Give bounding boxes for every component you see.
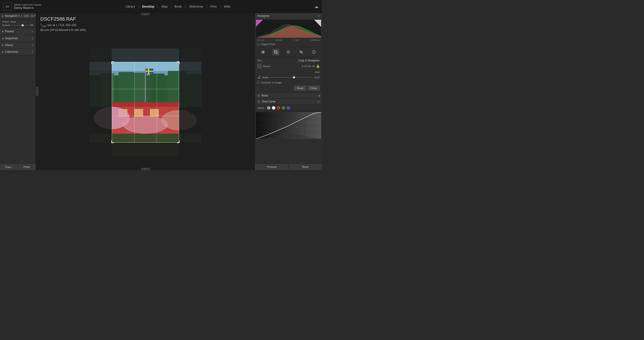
tone-curve-blue-dot[interactable]	[286, 106, 290, 110]
tool-red-eye[interactable]	[298, 49, 304, 55]
collapse-bottom-button[interactable]: ▼	[141, 168, 150, 170]
nav-web[interactable]: Web	[222, 4, 232, 9]
crop-outer-bottom	[90, 143, 202, 156]
angle-tool-icon	[257, 75, 261, 79]
hist-focal: 80 mm	[276, 39, 282, 41]
angle-value: −0,17	[313, 76, 320, 79]
navigator-section: ▶ Navigator FIT ▾ 100% 66.7% ▾	[0, 13, 36, 19]
basic-section: ● Basic ◀	[255, 93, 322, 99]
nav-sep-1: |	[138, 5, 139, 8]
histogram-canvas	[256, 20, 321, 38]
tool-healing[interactable]	[285, 49, 292, 55]
tone-curve-svg	[256, 112, 321, 139]
collections-triangle: ▶	[2, 51, 4, 53]
snapshots-add-button[interactable]: +	[32, 37, 34, 40]
tool-masking[interactable]	[310, 49, 317, 55]
basic-header[interactable]: ● Basic ◀	[255, 93, 322, 99]
history-section: ▶ History ×	[0, 42, 36, 49]
crop-handle-br[interactable]	[177, 140, 180, 143]
tone-curve-eye-icon[interactable]: ●	[257, 100, 260, 103]
nav-sep-6: |	[220, 5, 221, 8]
basic-eye-icon[interactable]: ●	[257, 94, 260, 97]
crop-handle-tr[interactable]	[177, 62, 180, 64]
collections-title: Collections	[5, 50, 18, 53]
presets-add-button[interactable]: +	[32, 30, 34, 33]
original-photo-label: Original Photo	[261, 43, 275, 46]
auto-button[interactable]: Auto	[257, 70, 320, 74]
copy-button[interactable]: Copy...	[0, 164, 18, 170]
navigator-triangle: ▶	[2, 15, 4, 17]
nav-bar: Library | Develop | Map | Book | Slidesh…	[123, 4, 232, 9]
svg-point-32	[262, 52, 263, 53]
nav-zoom1[interactable]: 100%	[24, 15, 29, 17]
crop-outer-left	[90, 49, 112, 156]
nav-print[interactable]: Print	[208, 4, 219, 9]
previous-button[interactable]: Previous	[255, 164, 288, 170]
amount-slider[interactable]	[11, 25, 29, 26]
paste-button[interactable]: Paste	[18, 164, 36, 170]
history-close-button[interactable]: ×	[32, 44, 34, 47]
presets-triangle: ▶	[2, 31, 4, 33]
snapshots-header[interactable]: ▶ Snapshots +	[0, 35, 36, 42]
tone-curve-red-dot[interactable]	[277, 106, 280, 110]
navigator-header[interactable]: ▶ Navigator FIT ▾ 100% 66.7% ▾	[0, 13, 36, 19]
history-triangle: ▶	[2, 44, 4, 46]
aspect-value[interactable]: 4 x 5 / 8 x 10	[274, 65, 314, 68]
constrain-row: Constrain to Image	[257, 81, 320, 84]
collapse-top-button[interactable]: ▲	[141, 13, 150, 15]
tone-curve-header[interactable]: ● Tone Curve ▼	[255, 99, 322, 105]
crop-handle-bl[interactable]	[111, 140, 114, 143]
tool-name: Crop & Straighten	[298, 59, 320, 62]
angle-row: Angle −0,17	[257, 75, 320, 79]
reset-bottom-button[interactable]: Reset	[288, 164, 322, 170]
histogram-header[interactable]: Histogram ▼	[255, 13, 322, 19]
snapshots-header-left: ▶ Snapshots	[2, 37, 18, 40]
tool-crop[interactable]	[272, 49, 279, 55]
aspect-label: Aspect :	[263, 65, 272, 68]
lock-icon[interactable]: 🔒	[316, 64, 320, 68]
angle-slider[interactable]	[270, 77, 312, 78]
crop-handle-tl[interactable]	[111, 62, 114, 64]
history-header[interactable]: ▶ History ×	[0, 42, 36, 48]
aspect-icon	[257, 64, 262, 68]
crop-frame[interactable]	[112, 62, 179, 143]
photo-meta-line2: 80 mm (XF16-80mmF4 R OIS WR)	[40, 28, 250, 32]
basic-title: Basic	[262, 94, 268, 97]
tone-curve-luma-dot[interactable]: ●	[267, 106, 270, 110]
nav-book[interactable]: Book	[172, 4, 184, 9]
original-photo-checkbox[interactable]	[257, 43, 260, 46]
collections-header-left: ▶ Collections	[2, 50, 18, 53]
constrain-checkbox[interactable]	[257, 81, 260, 84]
tone-curve-white-dot[interactable]	[272, 106, 276, 110]
photo-meta-line1: 1/1600 sec at ƒ / 5,6, ISO 200	[40, 23, 250, 28]
collections-header[interactable]: ▶ Collections +	[0, 49, 36, 55]
tool-basic-adjustments[interactable]	[260, 49, 266, 55]
nav-develop[interactable]: Develop	[140, 4, 156, 9]
crop-outer-right	[179, 49, 202, 156]
preset-area: Preset : None Amount 100	[0, 19, 36, 28]
amount-row: Amount 100	[2, 24, 34, 27]
close-button[interactable]: Close	[308, 86, 320, 91]
amount-slider-thumb[interactable]	[22, 24, 24, 27]
reset-close-row: Reset Close	[257, 86, 320, 91]
tone-curve-green-dot[interactable]	[282, 106, 285, 110]
nav-slideshow[interactable]: Slideshow	[187, 4, 206, 9]
histogram-title: Histogram	[257, 14, 270, 18]
svg-line-48	[258, 65, 258, 65]
nav-fit-label[interactable]: FIT	[16, 15, 20, 17]
right-panel-bottom-buttons: Previous Reset	[255, 164, 322, 170]
reset-button[interactable]: Reset	[294, 86, 306, 91]
topbar: Lrc Adobe Lightroom Classic Danny Maiorc…	[0, 0, 322, 13]
navigator-title: Navigator	[5, 14, 16, 18]
healing-icon	[286, 50, 290, 54]
logo-text: Lrc	[6, 5, 10, 8]
cloud-icon[interactable]: ☁	[314, 4, 318, 9]
nav-library[interactable]: Library	[123, 4, 137, 9]
angle-slider-thumb[interactable]	[293, 76, 295, 79]
presets-title: Presets	[5, 30, 14, 33]
right-panel: Histogram ▼	[255, 13, 322, 170]
collections-add-button[interactable]: +	[32, 50, 34, 54]
svg-point-30	[263, 51, 264, 52]
presets-header[interactable]: ▶ Presets +	[0, 28, 36, 35]
nav-map[interactable]: Map	[159, 4, 170, 9]
